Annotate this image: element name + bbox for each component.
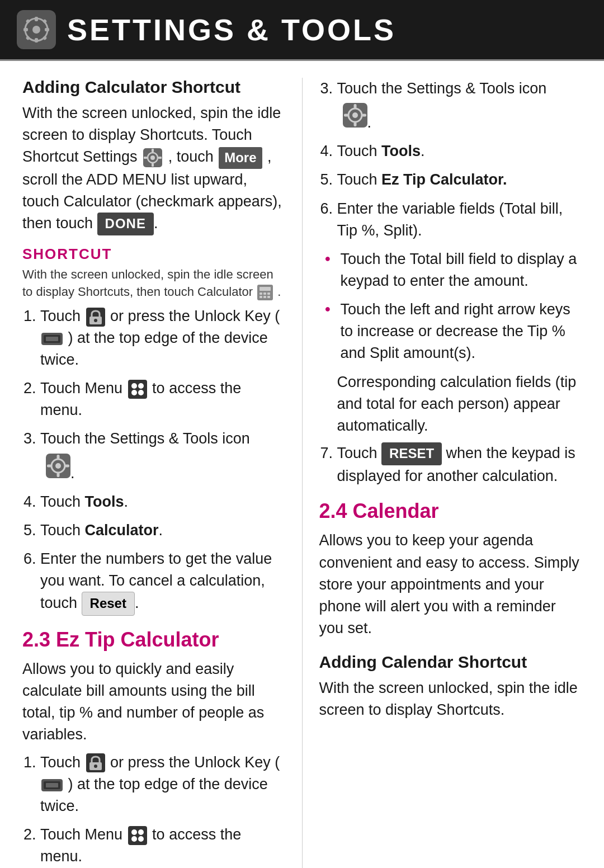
tools-label-r: Tools bbox=[381, 143, 421, 159]
svg-point-32 bbox=[131, 383, 137, 389]
svg-rect-22 bbox=[259, 296, 262, 298]
svg-rect-59 bbox=[344, 114, 348, 117]
header-icon bbox=[17, 10, 56, 49]
settings-tools-icon-inline bbox=[46, 454, 70, 478]
reset-btn-2[interactable]: RESET bbox=[381, 442, 442, 465]
list2-item2: Touch Menu to access the menu. bbox=[40, 824, 285, 867]
tools-label: Tools bbox=[85, 493, 124, 510]
lock-icon-1 bbox=[85, 308, 111, 324]
svg-point-27 bbox=[94, 319, 97, 322]
svg-rect-14 bbox=[152, 163, 154, 167]
section23-body: Allows you to quickly and easily calcula… bbox=[22, 658, 285, 746]
svg-rect-8 bbox=[26, 36, 30, 40]
svg-point-1 bbox=[32, 26, 40, 34]
shortcut-subheading: SHORTCUT bbox=[22, 246, 285, 263]
svg-rect-2 bbox=[35, 17, 38, 21]
adding-calc-heading: Adding Calculator Shortcut bbox=[22, 78, 285, 97]
svg-rect-48 bbox=[46, 783, 58, 787]
adding-cal-heading: Adding Calendar Shortcut bbox=[319, 653, 582, 672]
svg-point-53 bbox=[138, 836, 144, 842]
svg-point-51 bbox=[138, 829, 144, 835]
list2-item4: Touch Tools. bbox=[337, 140, 582, 162]
svg-rect-7 bbox=[43, 19, 47, 23]
svg-point-52 bbox=[131, 836, 137, 842]
svg-rect-49 bbox=[128, 826, 147, 845]
svg-rect-21 bbox=[267, 293, 270, 295]
svg-rect-6 bbox=[26, 19, 30, 23]
more-button[interactable]: More bbox=[219, 147, 262, 169]
section23-title: 2.3 Ez Tip Calculator bbox=[22, 628, 285, 652]
svg-point-38 bbox=[55, 463, 61, 469]
svg-rect-15 bbox=[144, 157, 147, 159]
svg-rect-20 bbox=[263, 293, 266, 295]
left-column: Adding Calculator Shortcut With the scre… bbox=[22, 78, 302, 868]
list1-item6: Enter the numbers to get the value you w… bbox=[40, 548, 285, 616]
calc-small-icon bbox=[256, 285, 277, 299]
svg-rect-42 bbox=[65, 464, 69, 467]
svg-rect-9 bbox=[43, 36, 47, 40]
ez-tip-label: Ez Tip Calculator. bbox=[381, 171, 507, 188]
calculator-label: Calculator bbox=[85, 522, 159, 539]
list1: Touch or press the Unlock Key ( bbox=[22, 305, 285, 616]
lock-icon-2 bbox=[85, 754, 111, 771]
svg-rect-19 bbox=[259, 293, 262, 295]
section24-title: 2.4 Calendar bbox=[319, 499, 582, 523]
svg-rect-23 bbox=[263, 296, 266, 298]
svg-rect-4 bbox=[23, 28, 28, 31]
list1-item2: Touch Menu to access the menu. bbox=[40, 378, 285, 421]
svg-rect-41 bbox=[47, 464, 51, 467]
svg-rect-30 bbox=[46, 337, 58, 341]
list1-item3: Touch the Settings & Tools icon . bbox=[40, 428, 285, 484]
unlock-key-icon-2 bbox=[40, 776, 68, 792]
svg-rect-60 bbox=[362, 114, 366, 117]
svg-rect-3 bbox=[35, 38, 38, 43]
list1-item1: Touch or press the Unlock Key ( bbox=[40, 305, 285, 371]
svg-point-12 bbox=[150, 155, 155, 160]
page-title: SETTINGS & TOOLS bbox=[67, 12, 396, 47]
main-content: Adding Calculator Shortcut With the scre… bbox=[0, 61, 604, 868]
svg-point-35 bbox=[138, 390, 144, 395]
list2: Touch or press the Unlock Key ( bbox=[22, 752, 285, 868]
done-button[interactable]: DONE bbox=[97, 213, 154, 235]
svg-rect-39 bbox=[57, 455, 60, 459]
menu-icon-1 bbox=[127, 380, 153, 397]
section1-body: With the screen unlocked, spin the idle … bbox=[22, 102, 285, 235]
list2-item3: Touch the Settings & Tools icon . bbox=[337, 78, 582, 134]
page-header: SETTINGS & TOOLS bbox=[0, 0, 604, 59]
svg-point-33 bbox=[138, 383, 144, 389]
bullet-list: Touch the Total bill field to display a … bbox=[319, 248, 582, 365]
svg-point-50 bbox=[131, 829, 137, 835]
adding-cal-body: With the screen unlocked, spin the idle … bbox=[319, 677, 582, 721]
list2-item7-wrap: Touch RESET when the keypad is displayed… bbox=[319, 442, 582, 487]
right-column: Touch the Settings & Tools icon . Touch … bbox=[302, 78, 582, 868]
section24-body: Allows you to keep your agenda convenien… bbox=[319, 530, 582, 639]
svg-point-34 bbox=[131, 390, 137, 395]
list2-item6: Enter the variable fields (Total bill, T… bbox=[337, 198, 582, 242]
svg-rect-58 bbox=[353, 122, 356, 126]
svg-rect-40 bbox=[57, 473, 60, 477]
menu-icon-2 bbox=[127, 826, 153, 843]
svg-rect-57 bbox=[353, 104, 356, 108]
bullet-item-1: Touch the Total bill field to display a … bbox=[325, 248, 582, 292]
settings-icon-right bbox=[343, 103, 367, 128]
list1-item4: Touch Tools. bbox=[40, 491, 285, 513]
svg-point-45 bbox=[94, 765, 97, 768]
shortcut-settings-icon bbox=[141, 148, 168, 165]
list2-item1: Touch or press the Unlock Key ( bbox=[40, 752, 285, 817]
svg-rect-31 bbox=[128, 380, 147, 399]
list2-item7: Touch RESET when the keypad is displayed… bbox=[337, 442, 582, 487]
svg-rect-18 bbox=[259, 287, 271, 291]
shortcut-body: With the screen unlocked, spin the idle … bbox=[22, 266, 285, 301]
list1-item5: Touch Calculator. bbox=[40, 520, 285, 541]
unlock-key-icon-1 bbox=[40, 329, 68, 346]
svg-rect-24 bbox=[267, 296, 270, 298]
svg-point-56 bbox=[352, 112, 358, 118]
list2-continued: Touch the Settings & Tools icon . Touch … bbox=[319, 78, 582, 242]
corresponding-text: Corresponding calculation fields (tip an… bbox=[319, 371, 582, 437]
bullet-item-2: Touch the left and right arrow keys to i… bbox=[325, 299, 582, 364]
reset-btn-1[interactable]: Reset bbox=[82, 592, 135, 616]
svg-rect-5 bbox=[45, 28, 49, 31]
svg-rect-16 bbox=[158, 157, 162, 159]
svg-rect-13 bbox=[152, 149, 154, 152]
list2-item5: Touch Ez Tip Calculator. bbox=[337, 169, 582, 191]
